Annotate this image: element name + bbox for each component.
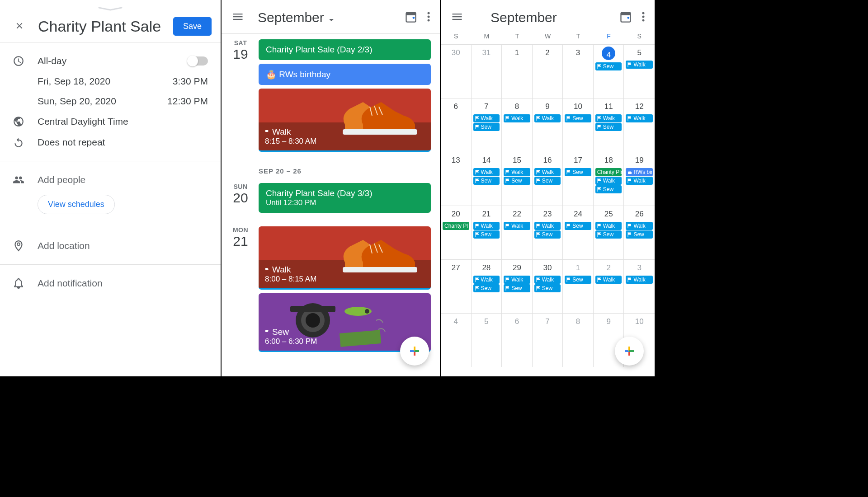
month-cell[interactable]: 2Walk: [594, 259, 624, 313]
allday-toggle[interactable]: [188, 56, 208, 66]
event-chip[interactable]: Sew: [565, 276, 591, 284]
day-label[interactable]: SUN 20: [227, 183, 254, 216]
event-chip[interactable]: Walk: [504, 276, 530, 284]
event-chip[interactable]: Sew: [473, 230, 500, 239]
month-cell[interactable]: 1: [502, 44, 533, 98]
month-cell[interactable]: 18Charity Plant SaleWalkSew: [594, 152, 624, 206]
month-cell[interactable]: 7: [533, 313, 563, 367]
timezone-label[interactable]: Central Daylight Time: [38, 116, 208, 127]
month-cell[interactable]: 1Sew: [563, 259, 594, 313]
month-cell[interactable]: 3: [563, 44, 594, 98]
month-cell[interactable]: 24Sew: [563, 206, 594, 259]
event-chip[interactable]: Sew: [565, 114, 591, 122]
month-cell[interactable]: 4Sew: [594, 44, 624, 98]
event-chip[interactable]: Sew: [595, 230, 622, 239]
month-label[interactable]: September: [491, 10, 619, 25]
event-chip[interactable]: Walk: [626, 114, 653, 122]
add-location-label[interactable]: Add location: [38, 240, 208, 251]
event-chip[interactable]: Walk: [595, 114, 622, 122]
month-cell[interactable]: 9Walk: [533, 98, 563, 152]
repeat-label[interactable]: Does not repeat: [38, 137, 208, 148]
menu-icon[interactable]: [231, 10, 244, 25]
month-cell[interactable]: 7WalkSew: [472, 98, 502, 152]
month-cell[interactable]: 11WalkSew: [594, 98, 624, 152]
event-chip[interactable]: RWs bir: [626, 168, 653, 176]
event-chip[interactable]: Walk: [626, 177, 653, 185]
event-chip[interactable]: Walk: [473, 222, 500, 230]
event-chip[interactable]: Walk: [534, 276, 561, 284]
event-chip[interactable]: Sew: [595, 123, 622, 131]
event-chip[interactable]: Walk: [626, 222, 653, 230]
event-chip[interactable]: Sew: [504, 177, 530, 185]
event-chip[interactable]: Sew: [626, 230, 653, 239]
event-birthday[interactable]: 🎂 RWs birthday: [259, 64, 431, 85]
event-chip[interactable]: Sew: [534, 230, 561, 239]
event-chip[interactable]: Walk: [626, 276, 653, 284]
month-cell[interactable]: 10Sew: [563, 98, 594, 152]
month-cell[interactable]: 6: [502, 313, 533, 367]
month-cell[interactable]: 23WalkSew: [533, 206, 563, 259]
month-cell[interactable]: 14WalkSew: [472, 152, 502, 206]
event-chip[interactable]: Walk: [473, 168, 500, 176]
event-chip[interactable]: Walk: [595, 276, 622, 284]
event-chip[interactable]: Walk: [534, 168, 561, 176]
event-chip[interactable]: Sew: [473, 284, 500, 292]
event-chip[interactable]: Sew: [565, 168, 591, 176]
month-cell[interactable]: 17Sew: [563, 152, 594, 206]
start-date[interactable]: Fri, Sep 18, 2020: [38, 76, 173, 87]
month-cell[interactable]: 19RWs birWalk: [624, 152, 655, 206]
month-cell[interactable]: 21WalkSew: [472, 206, 502, 259]
event-walk-card[interactable]: Walk 8:00 – 8:15 AM: [259, 226, 431, 290]
event-chip[interactable]: Walk: [534, 222, 561, 230]
event-chip[interactable]: Walk: [473, 276, 500, 284]
event-title-input[interactable]: Charity Plant Sale: [38, 18, 173, 35]
event-chip[interactable]: Charity Pl: [443, 222, 469, 230]
event-chip[interactable]: Sew: [473, 123, 500, 131]
add-notification-label[interactable]: Add notification: [38, 278, 208, 289]
event-walk-card[interactable]: Walk 8:15 – 8:30 AM: [259, 89, 431, 152]
event-chip[interactable]: Sew: [534, 284, 561, 292]
add-people-label[interactable]: Add people: [38, 174, 208, 185]
month-cell[interactable]: 31: [472, 44, 502, 98]
month-selector[interactable]: September: [258, 10, 405, 25]
event-chip[interactable]: Walk: [504, 168, 530, 176]
create-event-fab[interactable]: [615, 337, 644, 366]
event-chip[interactable]: Sew: [595, 185, 622, 193]
month-cell[interactable]: 16WalkSew: [533, 152, 563, 206]
event-chip[interactable]: Walk: [473, 114, 500, 122]
month-cell[interactable]: 26WalkSew: [624, 206, 655, 259]
menu-icon[interactable]: [451, 10, 463, 25]
event-chip[interactable]: Walk: [595, 222, 622, 230]
drag-handle-icon[interactable]: [0, 0, 221, 14]
end-time[interactable]: 12:30 PM: [167, 96, 208, 107]
event-chip[interactable]: Walk: [595, 177, 622, 185]
event-chip[interactable]: Charity Plant Sale: [595, 168, 622, 176]
month-cell[interactable]: 13: [441, 152, 472, 206]
event-charity-sale[interactable]: Charity Plant Sale (Day 3/3) Until 12:30…: [259, 183, 431, 213]
event-chip[interactable]: Walk: [626, 61, 653, 69]
event-chip[interactable]: Sew: [565, 222, 591, 230]
calendar-today-icon[interactable]: [405, 10, 417, 25]
more-icon[interactable]: [642, 11, 645, 24]
month-cell[interactable]: 30WalkSew: [533, 259, 563, 313]
month-cell[interactable]: 30: [441, 44, 472, 98]
event-chip[interactable]: Sew: [473, 177, 500, 185]
event-chip[interactable]: Sew: [504, 284, 530, 292]
month-cell[interactable]: 5Walk: [624, 44, 655, 98]
event-chip[interactable]: Walk: [534, 114, 561, 122]
close-icon[interactable]: [14, 19, 24, 34]
view-schedules-button[interactable]: View schedules: [38, 195, 115, 214]
create-event-fab[interactable]: [400, 337, 429, 366]
end-date[interactable]: Sun, Sep 20, 2020: [38, 96, 167, 107]
month-cell[interactable]: 5: [472, 313, 502, 367]
month-cell[interactable]: 4: [441, 313, 472, 367]
day-label[interactable]: MON 21: [227, 226, 254, 356]
month-cell[interactable]: 20Charity Pl: [441, 206, 472, 259]
day-label[interactable]: SAT 19: [227, 39, 254, 155]
event-charity-sale[interactable]: Charity Plant Sale (Day 2/3): [259, 39, 431, 60]
month-cell[interactable]: 25WalkSew: [594, 206, 624, 259]
month-cell[interactable]: 22Walk: [502, 206, 533, 259]
month-cell[interactable]: 15WalkSew: [502, 152, 533, 206]
event-chip[interactable]: Walk: [504, 114, 530, 122]
save-button[interactable]: Save: [173, 17, 212, 36]
